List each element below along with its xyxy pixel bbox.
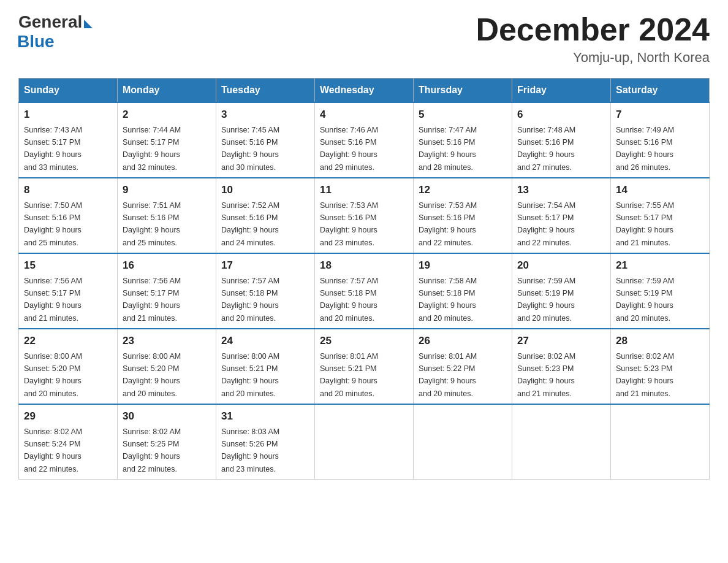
day-number: 14 (616, 182, 704, 198)
day-number: 31 (221, 408, 309, 424)
day-cell: 16Sunrise: 7:56 AMSunset: 5:17 PMDayligh… (118, 253, 216, 329)
day-info: Sunrise: 7:50 AMSunset: 5:16 PMDaylight:… (24, 201, 82, 247)
day-number: 5 (419, 107, 507, 123)
day-number: 7 (616, 107, 704, 123)
day-number: 26 (419, 333, 507, 349)
day-number: 24 (221, 333, 309, 349)
day-number: 17 (221, 258, 309, 274)
day-info: Sunrise: 7:47 AMSunset: 5:16 PMDaylight:… (419, 126, 477, 172)
day-info: Sunrise: 8:02 AMSunset: 5:24 PMDaylight:… (24, 427, 82, 473)
header-row: SundayMondayTuesdayWednesdayThursdayFrid… (19, 79, 710, 103)
day-info: Sunrise: 7:56 AMSunset: 5:17 PMDaylight:… (24, 277, 82, 323)
day-info: Sunrise: 7:55 AMSunset: 5:17 PMDaylight:… (616, 201, 674, 247)
day-info: Sunrise: 7:49 AMSunset: 5:16 PMDaylight:… (616, 126, 674, 172)
day-info: Sunrise: 7:46 AMSunset: 5:16 PMDaylight:… (320, 126, 378, 172)
day-number: 2 (123, 107, 211, 123)
location-subtitle: Yomju-up, North Korea (476, 50, 710, 66)
month-year-title: December 2024 (476, 12, 710, 47)
day-cell: 10Sunrise: 7:52 AMSunset: 5:16 PMDayligh… (216, 178, 315, 253)
col-header-monday: Monday (118, 79, 216, 103)
day-cell: 19Sunrise: 7:58 AMSunset: 5:18 PMDayligh… (414, 253, 512, 329)
day-cell: 7Sunrise: 7:49 AMSunset: 5:16 PMDaylight… (611, 102, 710, 178)
day-cell: 30Sunrise: 8:02 AMSunset: 5:25 PMDayligh… (118, 404, 216, 480)
day-cell: 20Sunrise: 7:59 AMSunset: 5:19 PMDayligh… (512, 253, 611, 329)
day-number: 19 (419, 258, 507, 274)
day-info: Sunrise: 7:51 AMSunset: 5:16 PMDaylight:… (123, 201, 181, 247)
day-cell: 11Sunrise: 7:53 AMSunset: 5:16 PMDayligh… (315, 178, 414, 253)
day-info: Sunrise: 8:02 AMSunset: 5:25 PMDaylight:… (123, 427, 181, 473)
day-cell (512, 404, 611, 480)
day-info: Sunrise: 7:53 AMSunset: 5:16 PMDaylight:… (419, 201, 477, 247)
day-number: 22 (24, 333, 112, 349)
day-number: 28 (616, 333, 704, 349)
day-number: 3 (221, 107, 309, 123)
logo-blue-text: Blue (17, 32, 55, 52)
day-info: Sunrise: 7:44 AMSunset: 5:17 PMDaylight:… (123, 126, 181, 172)
day-number: 16 (123, 258, 211, 274)
day-cell: 9Sunrise: 7:51 AMSunset: 5:16 PMDaylight… (118, 178, 216, 253)
col-header-wednesday: Wednesday (315, 79, 414, 103)
day-number: 29 (24, 408, 112, 424)
day-info: Sunrise: 7:54 AMSunset: 5:17 PMDaylight:… (517, 201, 575, 247)
col-header-friday: Friday (512, 79, 611, 103)
day-info: Sunrise: 8:03 AMSunset: 5:26 PMDaylight:… (221, 427, 279, 473)
day-info: Sunrise: 8:00 AMSunset: 5:21 PMDaylight:… (221, 352, 279, 398)
day-cell: 8Sunrise: 7:50 AMSunset: 5:16 PMDaylight… (19, 178, 118, 253)
day-number: 21 (616, 258, 704, 274)
day-cell (414, 404, 512, 480)
day-info: Sunrise: 8:00 AMSunset: 5:20 PMDaylight:… (123, 352, 181, 398)
week-row-2: 8Sunrise: 7:50 AMSunset: 5:16 PMDaylight… (19, 178, 710, 253)
logo-general-text: General (18, 12, 82, 32)
day-cell: 12Sunrise: 7:53 AMSunset: 5:16 PMDayligh… (414, 178, 512, 253)
day-info: Sunrise: 7:57 AMSunset: 5:18 PMDaylight:… (221, 277, 279, 323)
title-section: December 2024 Yomju-up, North Korea (476, 12, 710, 66)
day-number: 13 (517, 182, 605, 198)
day-info: Sunrise: 8:00 AMSunset: 5:20 PMDaylight:… (24, 352, 82, 398)
day-info: Sunrise: 8:02 AMSunset: 5:23 PMDaylight:… (517, 352, 575, 398)
day-cell: 1Sunrise: 7:43 AMSunset: 5:17 PMDaylight… (19, 102, 118, 178)
day-cell: 3Sunrise: 7:45 AMSunset: 5:16 PMDaylight… (216, 102, 315, 178)
day-cell: 18Sunrise: 7:57 AMSunset: 5:18 PMDayligh… (315, 253, 414, 329)
day-number: 11 (320, 182, 408, 198)
day-number: 1 (24, 107, 112, 123)
day-info: Sunrise: 7:56 AMSunset: 5:17 PMDaylight:… (123, 277, 181, 323)
day-cell: 13Sunrise: 7:54 AMSunset: 5:17 PMDayligh… (512, 178, 611, 253)
day-cell: 31Sunrise: 8:03 AMSunset: 5:26 PMDayligh… (216, 404, 315, 480)
week-row-1: 1Sunrise: 7:43 AMSunset: 5:17 PMDaylight… (19, 102, 710, 178)
day-info: Sunrise: 8:02 AMSunset: 5:23 PMDaylight:… (616, 352, 674, 398)
day-number: 27 (517, 333, 605, 349)
day-cell: 5Sunrise: 7:47 AMSunset: 5:16 PMDaylight… (414, 102, 512, 178)
day-info: Sunrise: 7:52 AMSunset: 5:16 PMDaylight:… (221, 201, 279, 247)
calendar-body: 1Sunrise: 7:43 AMSunset: 5:17 PMDaylight… (19, 102, 710, 480)
day-number: 4 (320, 107, 408, 123)
day-info: Sunrise: 7:43 AMSunset: 5:17 PMDaylight:… (24, 126, 82, 172)
day-info: Sunrise: 7:45 AMSunset: 5:16 PMDaylight:… (221, 126, 279, 172)
day-info: Sunrise: 8:01 AMSunset: 5:22 PMDaylight:… (419, 352, 477, 398)
day-number: 20 (517, 258, 605, 274)
day-number: 23 (123, 333, 211, 349)
day-cell: 14Sunrise: 7:55 AMSunset: 5:17 PMDayligh… (611, 178, 710, 253)
day-number: 18 (320, 258, 408, 274)
day-cell (315, 404, 414, 480)
day-cell (611, 404, 710, 480)
logo: General Blue (18, 12, 93, 52)
col-header-tuesday: Tuesday (216, 79, 315, 103)
day-cell: 23Sunrise: 8:00 AMSunset: 5:20 PMDayligh… (118, 329, 216, 404)
calendar-table: SundayMondayTuesdayWednesdayThursdayFrid… (18, 78, 710, 480)
day-info: Sunrise: 7:53 AMSunset: 5:16 PMDaylight:… (320, 201, 378, 247)
day-cell: 21Sunrise: 7:59 AMSunset: 5:19 PMDayligh… (611, 253, 710, 329)
day-cell: 22Sunrise: 8:00 AMSunset: 5:20 PMDayligh… (19, 329, 118, 404)
day-cell: 24Sunrise: 8:00 AMSunset: 5:21 PMDayligh… (216, 329, 315, 404)
day-cell: 2Sunrise: 7:44 AMSunset: 5:17 PMDaylight… (118, 102, 216, 178)
day-cell: 25Sunrise: 8:01 AMSunset: 5:21 PMDayligh… (315, 329, 414, 404)
day-info: Sunrise: 7:59 AMSunset: 5:19 PMDaylight:… (517, 277, 575, 323)
logo-arrow-icon (84, 20, 93, 28)
col-header-sunday: Sunday (19, 79, 118, 103)
day-info: Sunrise: 7:48 AMSunset: 5:16 PMDaylight:… (517, 126, 575, 172)
day-cell: 15Sunrise: 7:56 AMSunset: 5:17 PMDayligh… (19, 253, 118, 329)
day-cell: 28Sunrise: 8:02 AMSunset: 5:23 PMDayligh… (611, 329, 710, 404)
week-row-4: 22Sunrise: 8:00 AMSunset: 5:20 PMDayligh… (19, 329, 710, 404)
day-cell: 26Sunrise: 8:01 AMSunset: 5:22 PMDayligh… (414, 329, 512, 404)
day-info: Sunrise: 8:01 AMSunset: 5:21 PMDaylight:… (320, 352, 378, 398)
day-number: 12 (419, 182, 507, 198)
